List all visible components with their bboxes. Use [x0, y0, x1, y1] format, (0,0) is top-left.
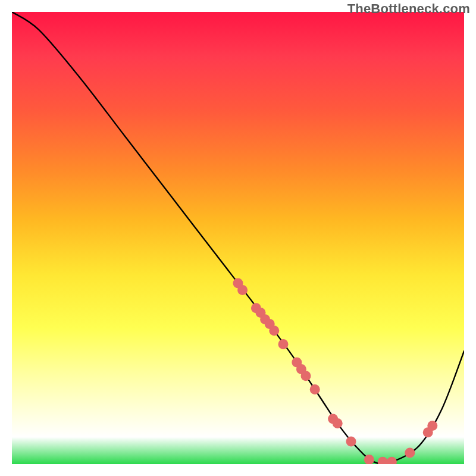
bottleneck-curve-line: [12, 12, 464, 464]
data-marker: [427, 421, 437, 431]
data-marker: [301, 371, 311, 381]
watermark-label: TheBottleneck.com: [347, 1, 470, 17]
data-marker: [237, 285, 248, 295]
curve-svg: [12, 12, 464, 464]
data-marker: [405, 448, 415, 458]
data-markers: [233, 278, 438, 465]
plot-area: [12, 12, 464, 464]
data-marker: [333, 418, 343, 428]
data-marker: [378, 457, 388, 464]
data-marker: [387, 457, 397, 464]
data-marker: [269, 325, 279, 336]
chart-stage: TheBottleneck.com: [0, 0, 476, 476]
data-marker: [310, 384, 320, 394]
data-marker: [346, 437, 356, 447]
data-marker: [278, 339, 289, 349]
